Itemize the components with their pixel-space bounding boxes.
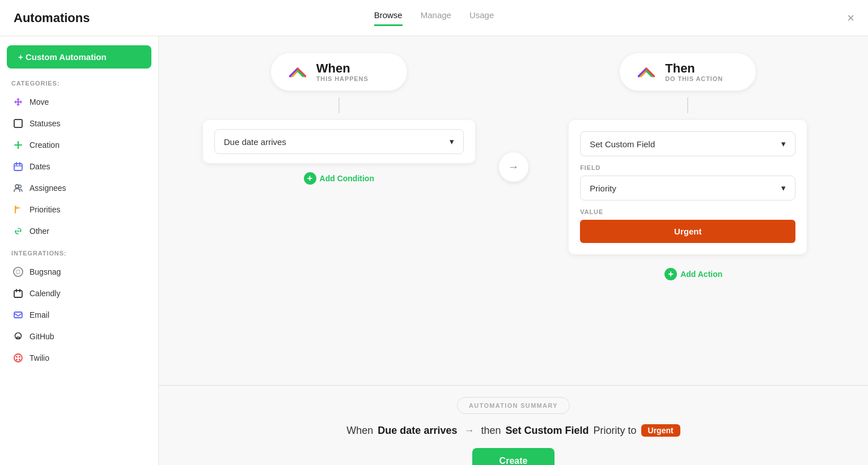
field-dropdown[interactable]: Priority ▾: [580, 176, 795, 200]
sidebar-item-other-label: Other: [29, 227, 49, 236]
close-button[interactable]: ×: [847, 12, 854, 24]
sidebar-item-assignees-label: Assignees: [29, 184, 66, 193]
header: Automations Browse Manage Usage ×: [0, 0, 868, 36]
action-dropdown[interactable]: Set Custom Field ▾: [580, 131, 795, 156]
assignees-icon: [12, 182, 24, 194]
integrations-label: INTEGRATIONS:: [11, 250, 151, 257]
sidebar-item-move-label: Move: [29, 97, 49, 106]
sidebar-item-email[interactable]: Email: [7, 304, 151, 326]
field-value: Priority: [590, 184, 616, 193]
summary-text: When Due date arrives → then Set Custom …: [181, 424, 845, 437]
trigger-dropdown-card: Due date arrives ▾: [203, 120, 475, 163]
svg-rect-3: [14, 164, 22, 170]
field-label: FIELD: [580, 164, 795, 171]
builder-row: When THIS HAPPENS Due date arrives ▾ +: [181, 53, 845, 280]
sidebar-item-twilio-label: Twilio: [29, 353, 49, 362]
other-icon: [12, 225, 24, 237]
when-text: When THIS HAPPENS: [316, 62, 369, 82]
when-sub: THIS HAPPENS: [316, 75, 369, 82]
sidebar-item-assignees[interactable]: Assignees: [7, 177, 151, 199]
action-panel: Set Custom Field ▾ FIELD Priority ▾ VALU…: [569, 120, 807, 254]
summary-field: Priority to: [594, 425, 637, 437]
divider: [159, 385, 868, 386]
when-header: When THIS HAPPENS: [271, 53, 407, 91]
svg-point-10: [18, 231, 19, 232]
sidebar-item-github[interactable]: GitHub: [7, 326, 151, 347]
move-icon: [12, 96, 24, 108]
add-action-icon: +: [664, 268, 677, 280]
trigger-value: Due date arrives: [224, 137, 286, 147]
sidebar-item-calendly[interactable]: Calendly: [7, 283, 151, 304]
trigger-dropdown[interactable]: Due date arrives ▾: [214, 129, 464, 154]
then-text: Then DO THIS ACTION: [665, 62, 723, 82]
svg-point-23: [19, 359, 20, 361]
summary-badge: Urgent: [641, 424, 680, 437]
svg-point-20: [16, 356, 18, 358]
sidebar-item-priorities[interactable]: Priorities: [7, 199, 151, 220]
action-chevron-icon: ▾: [781, 139, 786, 149]
summary-label: AUTOMATION SUMMARY: [457, 397, 570, 414]
github-icon: [12, 331, 24, 342]
sidebar-item-creation-label: Creation: [29, 140, 60, 150]
value-badge[interactable]: Urgent: [580, 220, 795, 243]
add-action-button[interactable]: + Add Action: [664, 261, 722, 280]
sidebar-item-calendly-label: Calendly: [29, 289, 60, 298]
sidebar-item-twilio[interactable]: Twilio: [7, 347, 151, 369]
svg-point-13: [17, 271, 20, 274]
bugsnag-icon: [12, 266, 24, 278]
value-label: VALUE: [580, 208, 795, 215]
builder-area: When THIS HAPPENS Due date arrives ▾ +: [159, 36, 868, 376]
when-title: When: [316, 62, 369, 75]
summary-then: then: [481, 425, 501, 437]
twilio-icon: [12, 352, 24, 364]
create-button[interactable]: Create: [472, 448, 555, 465]
sidebar-item-bugsnag[interactable]: Bugsnag: [7, 261, 151, 283]
svg-point-8: [19, 185, 22, 188]
then-sub: DO THIS ACTION: [665, 75, 723, 82]
clickup-logo-when: [287, 61, 308, 83]
add-condition-label: Add Condition: [320, 174, 374, 183]
svg-point-18: [15, 333, 22, 339]
chevron-down-icon: ▾: [450, 136, 454, 147]
add-condition-button[interactable]: + Add Condition: [304, 170, 374, 187]
action-block: Then DO THIS ACTION Set Custom Field ▾ F…: [531, 53, 846, 280]
svg-rect-14: [14, 291, 22, 297]
svg-point-21: [19, 356, 20, 358]
sidebar-item-priorities-label: Priorities: [29, 205, 60, 214]
sidebar-item-github-label: GitHub: [29, 332, 54, 341]
statuses-icon: [12, 118, 24, 129]
summary-label-wrap: AUTOMATION SUMMARY: [181, 397, 845, 414]
tab-manage[interactable]: Manage: [421, 10, 451, 26]
main-area: When THIS HAPPENS Due date arrives ▾ +: [159, 36, 868, 465]
svg-point-22: [16, 359, 18, 361]
sidebar-item-statuses[interactable]: Statuses: [7, 113, 151, 134]
calendly-icon: [12, 288, 24, 299]
summary-section: AUTOMATION SUMMARY When Due date arrives…: [159, 397, 868, 465]
summary-arrow-icon: →: [464, 425, 474, 437]
sidebar-item-creation[interactable]: Creation: [7, 134, 151, 156]
tab-browse[interactable]: Browse: [374, 10, 403, 26]
then-title: Then: [665, 62, 723, 75]
add-condition-icon: +: [304, 172, 316, 185]
header-tabs: Browse Manage Usage: [374, 10, 494, 26]
svg-point-19: [14, 354, 22, 362]
sidebar-item-dates[interactable]: Dates: [7, 156, 151, 177]
svg-rect-17: [14, 312, 22, 318]
sidebar-item-move[interactable]: Move: [7, 91, 151, 113]
arrow-connector: →: [499, 152, 528, 182]
sidebar-item-other[interactable]: Other: [7, 220, 151, 242]
summary-action: Set Custom Field: [505, 425, 588, 437]
trigger-block: When THIS HAPPENS Due date arrives ▾ +: [181, 53, 497, 187]
add-action-label: Add Action: [680, 270, 722, 279]
email-icon: [12, 309, 24, 321]
vertical-line-1: [338, 97, 340, 113]
clickup-logo-then: [636, 61, 657, 83]
sidebar: + Custom Automation CATEGORIES: Move Sta…: [0, 36, 159, 465]
dates-icon: [12, 161, 24, 172]
priorities-icon: [12, 204, 24, 215]
arrow-right-icon: →: [508, 160, 519, 173]
summary-trigger: Due date arrives: [378, 425, 457, 437]
svg-rect-0: [14, 120, 22, 127]
custom-automation-button[interactable]: + Custom Automation: [7, 45, 151, 69]
tab-usage[interactable]: Usage: [469, 10, 494, 26]
